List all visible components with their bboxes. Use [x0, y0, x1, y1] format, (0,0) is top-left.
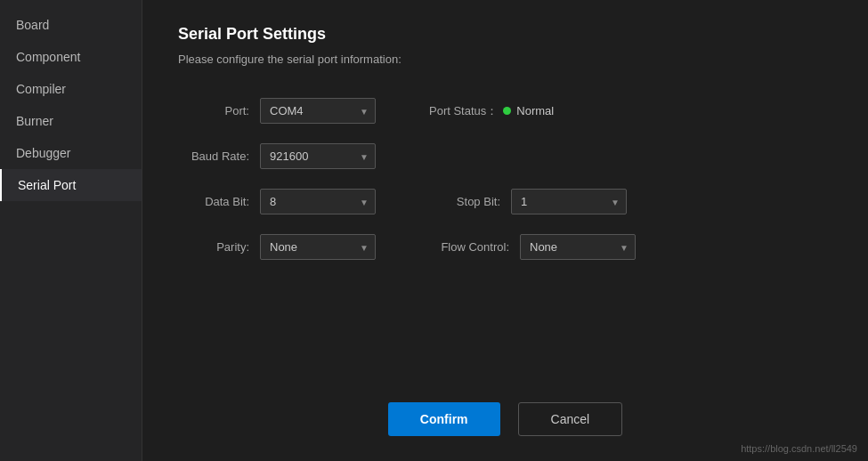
button-row: Confirm Cancel	[178, 402, 832, 436]
field-parity: Parity: None Even Odd Mark Space ▼	[178, 234, 376, 260]
parity-label: Parity:	[178, 240, 249, 254]
data-bit-select[interactable]: 5 6 7 8	[260, 189, 376, 214]
stop-bit-select-wrapper: 1 1.5 2 ▼	[511, 189, 627, 214]
sidebar-item-debugger[interactable]: Debugger	[0, 137, 142, 169]
sidebar-item-compiler[interactable]: Compiler	[0, 73, 142, 105]
field-stop-bit: Stop Bit: 1 1.5 2 ▼	[429, 189, 627, 214]
sidebar-item-serial-port[interactable]: Serial Port	[0, 169, 142, 201]
stop-bit-select[interactable]: 1 1.5 2	[511, 189, 627, 214]
sidebar-item-burner[interactable]: Burner	[0, 105, 142, 137]
status-dot-icon	[503, 107, 511, 115]
parity-select[interactable]: None Even Odd Mark Space	[260, 234, 376, 260]
sidebar-item-board[interactable]: Board	[0, 9, 142, 41]
baud-rate-select-wrapper: 9600 19200 38400 57600 115200 230400 460…	[260, 143, 376, 169]
cancel-button[interactable]: Cancel	[518, 402, 623, 436]
field-flow-control: Flow Control: None RTS/CTS XON/XOFF ▼	[429, 234, 636, 260]
row-data-stop-bit: Data Bit: 5 6 7 8 ▼ Stop Bit: 1 1.5	[178, 189, 832, 214]
port-label: Port:	[178, 104, 249, 117]
row-port: Port: COM1 COM2 COM3 COM4 COM5 ▼ Port St…	[178, 98, 832, 124]
field-data-bit: Data Bit: 5 6 7 8 ▼	[178, 189, 376, 214]
port-select[interactable]: COM1 COM2 COM3 COM4 COM5	[260, 98, 376, 124]
confirm-button[interactable]: Confirm	[388, 402, 500, 436]
parity-select-wrapper: None Even Odd Mark Space ▼	[260, 234, 376, 260]
footer-url: https://blog.csdn.net/ll2549	[741, 443, 857, 454]
port-status: Port Status： Normal	[429, 103, 554, 119]
page-subtitle: Please configure the serial port informa…	[178, 53, 832, 66]
flow-control-select-wrapper: None RTS/CTS XON/XOFF ▼	[520, 234, 636, 260]
flow-control-label: Flow Control:	[429, 240, 509, 254]
flow-control-select[interactable]: None RTS/CTS XON/XOFF	[520, 234, 636, 260]
port-status-value: Normal	[516, 104, 554, 117]
port-select-wrapper: COM1 COM2 COM3 COM4 COM5 ▼	[260, 98, 376, 124]
data-bit-select-wrapper: 5 6 7 8 ▼	[260, 189, 376, 214]
row-baud-rate: Baud Rate: 9600 19200 38400 57600 115200…	[178, 143, 832, 169]
baud-rate-label: Baud Rate:	[178, 150, 249, 163]
form-grid: Port: COM1 COM2 COM3 COM4 COM5 ▼ Port St…	[178, 98, 832, 376]
page-title: Serial Port Settings	[178, 25, 832, 44]
port-status-label: Port Status：	[429, 103, 498, 119]
field-baud-rate: Baud Rate: 9600 19200 38400 57600 115200…	[178, 143, 376, 169]
row-parity-flow: Parity: None Even Odd Mark Space ▼ Flow …	[178, 234, 832, 260]
data-bit-label: Data Bit:	[178, 195, 249, 208]
field-port: Port: COM1 COM2 COM3 COM4 COM5 ▼	[178, 98, 376, 124]
baud-rate-select[interactable]: 9600 19200 38400 57600 115200 230400 460…	[260, 143, 376, 169]
stop-bit-label: Stop Bit:	[429, 195, 500, 208]
sidebar-item-component[interactable]: Component	[0, 41, 142, 73]
main-content: Serial Port Settings Please configure th…	[142, 0, 868, 461]
sidebar: Board Component Compiler Burner Debugger…	[0, 0, 142, 461]
